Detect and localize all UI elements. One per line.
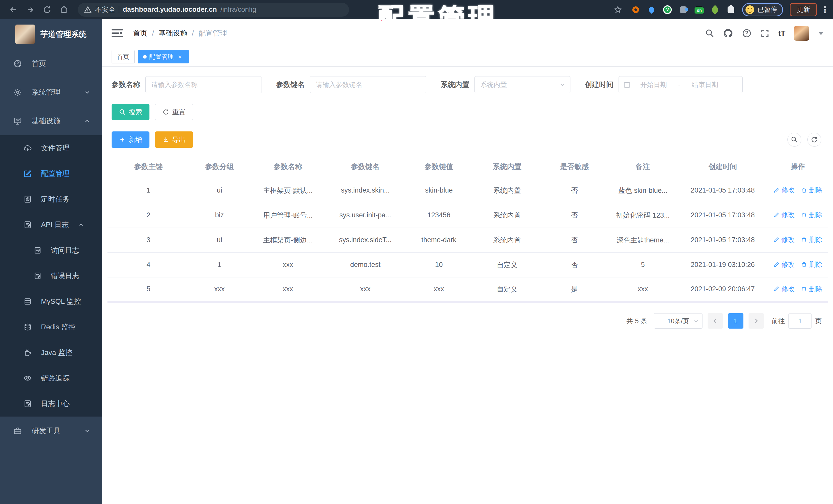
add-button[interactable]: 新增 — [112, 131, 149, 148]
delete-link[interactable]: 删除 — [801, 235, 823, 244]
sidebar-toggle-icon[interactable] — [112, 29, 123, 38]
cell-key: sys.index.skin... — [326, 178, 404, 203]
delete-link[interactable]: 删除 — [801, 186, 823, 195]
table-row[interactable]: 2 biz 用户管理-账号... sys.user.init-pa... 123… — [108, 203, 828, 228]
param-key-input[interactable] — [310, 76, 426, 93]
browser-menu-kebab-icon[interactable]: ••• — [824, 6, 826, 14]
sidebar-item-api-log[interactable]: API 日志 — [0, 212, 102, 237]
pagination-bar: 共 5 条 10条/页 1 前往 页 — [108, 313, 822, 329]
edit-link[interactable]: 修改 — [774, 235, 795, 244]
bookmark-star-icon[interactable] — [611, 3, 624, 16]
page-number-button[interactable]: 1 — [728, 313, 743, 329]
extension-blue-pin-icon[interactable] — [647, 5, 656, 14]
delete-link[interactable]: 删除 — [801, 210, 823, 219]
extension-on-badge-icon[interactable]: on — [694, 5, 704, 14]
fullscreen-icon[interactable] — [760, 29, 769, 38]
app-logo-row[interactable]: 芋道管理系统 — [0, 19, 102, 49]
delete-link[interactable]: 删除 — [801, 260, 823, 269]
sidebar-item-trace[interactable]: 链路追踪 — [0, 366, 102, 391]
sidebar-item-java-monitor[interactable]: Java 监控 — [0, 340, 102, 366]
chevron-up-icon — [78, 222, 84, 228]
sidebar-item-devtools[interactable]: 研发工具 — [0, 417, 102, 445]
edit-link[interactable]: 修改 — [774, 260, 795, 269]
extension-orange-ring-icon[interactable] — [631, 5, 640, 14]
param-name-input[interactable] — [145, 76, 262, 93]
extensions-menu-icon[interactable] — [726, 5, 736, 14]
sidebar-item-config-manage[interactable]: 配置管理 — [0, 161, 102, 186]
github-icon[interactable] — [723, 28, 733, 39]
tag-close-icon[interactable]: × — [176, 53, 184, 60]
col-header: 参数名称 — [249, 155, 326, 178]
breadcrumb-infra[interactable]: 基础设施 — [159, 28, 187, 38]
security-label[interactable]: 不安全 — [95, 5, 115, 14]
refresh-table-button[interactable] — [807, 133, 821, 147]
reset-button[interactable]: 重置 — [155, 104, 193, 120]
pencil-icon — [774, 212, 780, 218]
sidebar-item-access-log[interactable]: 访问日志 — [0, 237, 102, 263]
export-button[interactable]: 导出 — [155, 131, 193, 148]
dashboard-icon — [13, 59, 22, 68]
sidebar-item-redis-monitor[interactable]: Redis 监控 — [0, 314, 102, 340]
toggle-search-button[interactable] — [787, 133, 801, 147]
tag-config-active[interactable]: 配置管理 × — [138, 50, 189, 64]
extension-puzzle-icon[interactable] — [679, 5, 688, 14]
date-range-picker[interactable]: 开始日期 - 结束日期 — [619, 76, 743, 93]
sidebar-item-label: 配置管理 — [41, 169, 70, 178]
tag-home[interactable]: 首页 — [112, 50, 135, 64]
browser-home-icon[interactable] — [57, 3, 71, 16]
sidebar-item-label: Java 监控 — [41, 348, 72, 357]
sidebar-item-mysql-monitor[interactable]: MySQL 监控 — [0, 289, 102, 314]
profile-paused-badge[interactable]: 已暂停 — [742, 3, 783, 16]
sidebar-item-infra[interactable]: 基础设施 — [0, 107, 102, 135]
search-icon[interactable] — [705, 29, 714, 38]
chevron-down-icon — [84, 89, 91, 96]
extension-leaf-icon[interactable] — [710, 5, 720, 14]
annotation-title-overlay: 配置管理 — [378, 1, 499, 35]
builtin-select[interactable] — [474, 76, 570, 93]
cell-id: 2 — [108, 203, 189, 228]
sidebar-item-file-manage[interactable]: 文件管理 — [0, 135, 102, 161]
page-size-select[interactable]: 10条/页 — [654, 313, 703, 329]
breadcrumb: 首页 / 基础设施 / 配置管理 — [133, 28, 227, 38]
search-icon — [791, 136, 798, 143]
sidebar-item-scheduled-jobs[interactable]: 定时任务 — [0, 186, 102, 212]
edit-link[interactable]: 修改 — [774, 210, 795, 219]
col-header: 系统内置 — [473, 155, 541, 178]
table-row[interactable]: 4 1 xxx demo.test 10 自定义 否 5 2021-01-19 … — [108, 252, 828, 277]
user-menu-caret-icon[interactable] — [818, 32, 824, 35]
help-icon[interactable] — [742, 28, 752, 38]
user-avatar[interactable] — [794, 26, 809, 41]
edit-link[interactable]: 修改 — [774, 186, 795, 195]
browser-reload-icon[interactable] — [41, 3, 54, 16]
goto-page-input[interactable] — [788, 313, 811, 329]
font-size-icon[interactable]: tT — [778, 29, 785, 37]
sidebar-item-error-log[interactable]: 错误日志 — [0, 263, 102, 289]
pagination-total: 共 5 条 — [626, 317, 647, 326]
sidebar-item-log-center[interactable]: 日志中心 — [0, 391, 102, 417]
browser-forward-icon[interactable] — [24, 3, 37, 16]
table-row[interactable]: 5 xxx xxx xxx xxx 自定义 是 xxx 2021-02-09 2… — [108, 277, 828, 302]
next-page-button[interactable] — [748, 313, 764, 329]
cell-id: 5 — [108, 277, 189, 302]
edit-link[interactable]: 修改 — [774, 285, 795, 294]
sidebar-item-label: 访问日志 — [51, 246, 79, 255]
sidebar-item-system[interactable]: 系统管理 — [0, 78, 102, 107]
search-button[interactable]: 搜索 — [112, 104, 149, 120]
trash-icon — [801, 286, 807, 292]
builtin-select-input[interactable] — [474, 76, 570, 93]
delete-link[interactable]: 删除 — [801, 285, 823, 294]
browser-back-icon[interactable] — [7, 3, 20, 16]
table-row[interactable]: 1 ui 主框架页-默认... sys.index.skin... skin-b… — [108, 178, 828, 203]
prev-page-button[interactable] — [708, 313, 723, 329]
sidebar-item-home[interactable]: 首页 — [0, 49, 102, 78]
toolbox-icon — [13, 427, 22, 435]
address-bar[interactable]: 不安全 dashboard.yudao.iocoder.cn/infra/con… — [78, 3, 349, 17]
cell-name: 主框架页-默认... — [249, 178, 326, 203]
edit-label: 修改 — [782, 285, 795, 294]
breadcrumb-home[interactable]: 首页 — [133, 28, 147, 38]
cell-name: xxx — [249, 252, 326, 277]
table-row[interactable]: 3 ui 主框架页-侧边... sys.index.sideT... theme… — [108, 228, 828, 252]
browser-update-button[interactable]: 更新 — [790, 3, 817, 16]
update-label: 更新 — [797, 5, 810, 14]
extension-green-check-icon[interactable]: V — [663, 5, 672, 14]
